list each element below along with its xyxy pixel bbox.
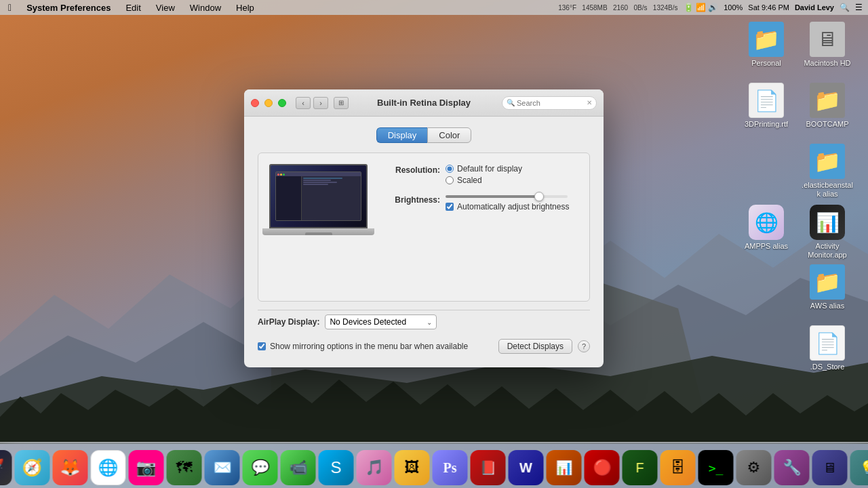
search-icon: 🔍 (507, 99, 515, 106)
dock-item-skype[interactable]: S (319, 450, 354, 485)
brightness-row: Brightness: Automatically adjust brightn… (388, 194, 578, 211)
maximize-button[interactable] (278, 99, 286, 107)
menubar-stats: 136°F 1458MB 2160 0B/s 1324B/s (558, 4, 677, 12)
desktop-icon-3dprint-label: 3DPrinting.rtf (745, 120, 788, 129)
desktop-icon-activity[interactable]: 📊 Activity Monitor.app (800, 205, 854, 260)
window-content: Display Color (244, 117, 604, 367)
mirroring-left: Show mirroring options in the menu bar w… (258, 342, 468, 351)
brightness-slider[interactable] (446, 195, 568, 198)
resolution-options: Default for display Scaled (446, 164, 578, 187)
desktop-icon-personal[interactable]: 📁 Personal (739, 22, 793, 68)
dock-item-facetime[interactable]: 📹 (281, 450, 316, 485)
auto-brightness-label[interactable]: Automatically adjust brightness (457, 202, 569, 211)
desktop-icon-3dprint[interactable]: 📄 3DPrinting.rtf (739, 83, 793, 129)
tab-display[interactable]: Display (376, 127, 428, 143)
mirroring-checkbox[interactable] (258, 342, 266, 350)
resolution-default-radio[interactable] (446, 165, 454, 173)
dock-item-filemaker[interactable]: 📊 (547, 450, 582, 485)
menubar-time: Sat 9:46 PM (748, 3, 789, 12)
menubar-user: David Levy (795, 3, 834, 12)
desktop-icon-dsstore-label: .DS_Store (810, 363, 845, 371)
desktop-icon-dsstore[interactable]: 📄 .DS_Store (800, 325, 854, 371)
tab-color[interactable]: Color (427, 127, 471, 143)
dock-item-misc4[interactable]: 🖥 (812, 450, 848, 485)
detect-displays-button[interactable]: Detect Displays (498, 339, 572, 354)
desktop-icon-macintosh[interactable]: 🖥 Macintosh HD (800, 22, 854, 68)
dock-item-chrome[interactable]: 🌐 (91, 450, 126, 485)
airplay-dropdown[interactable]: No Devices Detected ⌄ (325, 314, 437, 329)
dock-item-flickr[interactable]: 📷 (129, 450, 164, 485)
menubar-search-icon[interactable]: 🔍 (840, 3, 850, 12)
mirroring-right: Detect Displays ? (498, 339, 590, 354)
dock-item-word[interactable]: W (509, 450, 544, 485)
desktop-icon-bootcamp[interactable]: 📁 BOOTCAMP (800, 83, 854, 129)
search-input[interactable] (517, 99, 585, 107)
window-title: Built-in Retina Display (377, 98, 471, 108)
resolution-scaled-label[interactable]: Scaled (457, 176, 482, 185)
laptop-base (262, 228, 374, 235)
window-menu[interactable]: Window (187, 3, 224, 13)
help-button[interactable]: ? (578, 340, 590, 352)
dock-item-photoshop[interactable]: Ps (433, 450, 468, 485)
dock-item-filezilla[interactable]: F (623, 450, 658, 485)
view-menu[interactable]: View (153, 3, 178, 13)
desktop-icon-ampps[interactable]: 🌐 AMPPS alias (739, 205, 793, 251)
resolution-default-row: Default for display (446, 164, 578, 174)
back-button[interactable]: ‹ (296, 97, 311, 109)
grid-button[interactable]: ⊞ (334, 97, 349, 109)
laptop-screen-content (271, 165, 366, 227)
desktop-icon-aws[interactable]: 📁 AWS alias (800, 264, 854, 310)
close-button[interactable] (251, 99, 259, 107)
dock-item-messages[interactable]: 💬 (243, 450, 278, 485)
display-area: Resolution: Default for display Scaled (258, 152, 590, 302)
desktop-icon-bootcamp-label: BOOTCAMP (806, 120, 849, 129)
system-preferences-window: ‹ › ⊞ Built-in Retina Display 🔍 ✕ Displa… (244, 89, 604, 367)
desktop-icon-activity-label: Activity Monitor.app (800, 242, 854, 260)
dock-item-acrobat[interactable]: 📕 (471, 450, 506, 485)
dock-item-iphoto[interactable]: 🖼 (395, 450, 430, 485)
desktop-icon-elastic[interactable]: 📁 .elasticbeanstalk alias (800, 144, 854, 199)
desktop-icon-macintosh-label: Macintosh HD (804, 59, 850, 68)
menubar-battery: 100% (724, 3, 743, 12)
dock-item-misc1[interactable]: 🔴 (585, 450, 620, 485)
tab-bar: Display Color (258, 127, 590, 143)
help-menu[interactable]: Help (233, 3, 257, 13)
resolution-default-label[interactable]: Default for display (457, 164, 522, 174)
desktop-icon-aws-label: AWS alias (810, 302, 844, 310)
settings-panel: Resolution: Default for display Scaled (388, 164, 578, 290)
forward-button[interactable]: › (313, 97, 328, 109)
app-name-menu[interactable]: System Preferences (24, 3, 113, 13)
dock-item-appstore[interactable]: 🎵 (357, 450, 392, 485)
mirroring-label[interactable]: Show mirroring options in the menu bar w… (270, 342, 468, 351)
dock-item-safari[interactable]: 🧭 (15, 450, 50, 485)
dock-item-misc5[interactable]: 💡 (850, 450, 869, 485)
resolution-scaled-radio[interactable] (446, 176, 454, 184)
auto-brightness-checkbox[interactable] (446, 203, 454, 211)
dock: 😊 🚀 🧭 🦊 🌐 📷 🗺 ✉️ 💬 (0, 442, 868, 488)
menubar:  System Preferences Edit View Window He… (0, 0, 868, 15)
apple-menu[interactable]:  (5, 2, 14, 13)
dock-item-misc2[interactable]: ⚙ (736, 450, 772, 485)
dock-item-mail[interactable]: ✉️ (205, 450, 240, 485)
dock-item-sequel[interactable]: 🗄 (660, 450, 696, 485)
dock-item-terminal[interactable]: >_ (698, 450, 734, 485)
dock-item-misc3[interactable]: 🔧 (774, 450, 810, 485)
minimize-button[interactable] (264, 99, 273, 107)
dock-item-launchpad[interactable]: 🚀 (0, 450, 12, 485)
menubar-icons: 🔋 📶 🔊 (684, 3, 719, 12)
window-titlebar: ‹ › ⊞ Built-in Retina Display 🔍 ✕ (244, 89, 604, 117)
edit-menu[interactable]: Edit (123, 3, 143, 13)
dock-item-firefox[interactable]: 🦊 (53, 450, 88, 485)
laptop-screen (269, 164, 368, 228)
menubar-list-icon[interactable]: ☰ (855, 3, 863, 12)
airplay-label: AirPlay Display: (258, 317, 319, 327)
search-clear-icon[interactable]: ✕ (587, 99, 592, 106)
mirroring-section: Show mirroring options in the menu bar w… (258, 333, 590, 354)
brightness-label: Brightness: (388, 194, 446, 205)
brightness-thumb[interactable] (534, 192, 544, 201)
dock-item-maps[interactable]: 🗺 (167, 450, 202, 485)
resolution-row: Resolution: Default for display Scaled (388, 164, 578, 187)
desktop-icon-ampps-label: AMPPS alias (745, 242, 788, 251)
search-box[interactable]: 🔍 ✕ (502, 96, 597, 110)
resolution-label: Resolution: (388, 164, 446, 175)
